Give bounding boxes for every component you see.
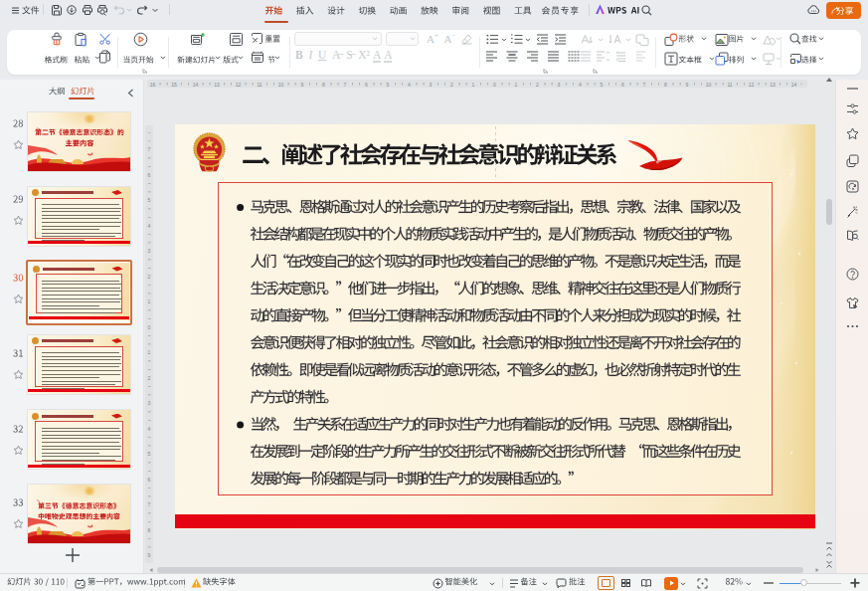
svg-text:3: 3 <box>430 82 433 88</box>
svg-text:7: 7 <box>344 82 347 88</box>
svg-text:7: 7 <box>148 146 151 152</box>
svg-text:2: 2 <box>536 82 539 88</box>
svg-text:1: 1 <box>148 349 151 355</box>
svg-text:12: 12 <box>236 82 242 88</box>
svg-text:8: 8 <box>322 82 325 88</box>
svg-text:9: 9 <box>686 82 689 88</box>
svg-text:3: 3 <box>558 82 561 88</box>
svg-text:6: 6 <box>148 477 151 483</box>
svg-text:13: 13 <box>214 82 220 88</box>
svg-text:0: 0 <box>493 82 496 88</box>
svg-text:3: 3 <box>148 248 151 254</box>
svg-text:15: 15 <box>171 82 177 88</box>
svg-text:4: 4 <box>579 82 582 88</box>
svg-text:9: 9 <box>301 82 304 88</box>
svg-text:12: 12 <box>749 82 755 88</box>
svg-text:3: 3 <box>148 400 151 406</box>
svg-text:6: 6 <box>148 172 151 178</box>
svg-text:7: 7 <box>148 501 151 507</box>
svg-text:11: 11 <box>257 82 261 88</box>
svg-text:7: 7 <box>643 82 646 88</box>
svg-text:16: 16 <box>150 82 156 88</box>
svg-text:0: 0 <box>148 324 151 330</box>
svg-text:1: 1 <box>472 82 475 88</box>
svg-text:6: 6 <box>365 82 368 88</box>
svg-text:5: 5 <box>148 197 151 203</box>
svg-text:8: 8 <box>148 527 151 533</box>
svg-text:4: 4 <box>148 426 151 432</box>
svg-text:2: 2 <box>450 82 453 88</box>
svg-text:14: 14 <box>791 82 797 88</box>
svg-text:14: 14 <box>193 82 199 88</box>
svg-text:5: 5 <box>387 82 390 88</box>
svg-text:9: 9 <box>148 552 151 558</box>
svg-text:6: 6 <box>621 82 624 88</box>
svg-text:2: 2 <box>148 375 151 381</box>
svg-text:4: 4 <box>148 223 151 229</box>
svg-text:1: 1 <box>148 298 151 304</box>
svg-text:11: 11 <box>727 82 732 88</box>
svg-text:10: 10 <box>706 82 712 88</box>
svg-text:2: 2 <box>148 274 151 280</box>
svg-text:13: 13 <box>770 82 776 88</box>
svg-text:8: 8 <box>664 82 667 88</box>
svg-text:4: 4 <box>408 82 411 88</box>
svg-text:10: 10 <box>278 82 284 88</box>
svg-text:5: 5 <box>148 451 151 457</box>
svg-text:5: 5 <box>601 82 604 88</box>
svg-text:1: 1 <box>515 82 518 88</box>
